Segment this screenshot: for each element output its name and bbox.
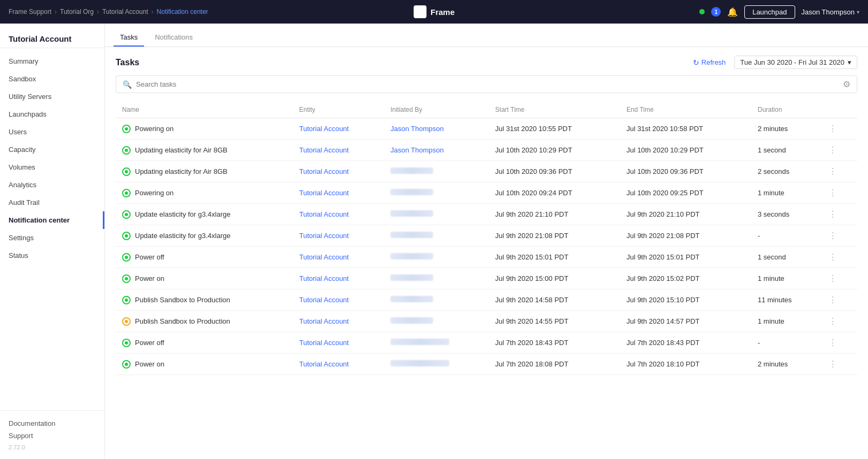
row-menu-cell: ⋮ <box>820 204 857 225</box>
task-start-time: Jul 9th 2020 21:08 PDT <box>489 225 620 247</box>
entity-link[interactable]: Tutorial Account <box>299 189 349 197</box>
status-indicator <box>699 9 705 14</box>
task-duration: 11 minutes <box>751 289 820 311</box>
entity-link[interactable]: Tutorial Account <box>299 125 349 133</box>
row-menu-button[interactable]: ⋮ <box>826 146 839 155</box>
task-name-cell: Updating elasticity for Air 8GB <box>116 161 293 182</box>
col-entity: Entity <box>293 102 384 118</box>
status-icon <box>122 274 131 283</box>
entity-link[interactable]: Tutorial Account <box>299 274 349 282</box>
launchpad-button[interactable]: Launchpad <box>744 5 795 19</box>
task-entity: Tutorial Account <box>293 118 384 140</box>
task-duration: 2 minutes <box>751 354 820 375</box>
task-name-cell: Power on <box>116 268 293 289</box>
search-input[interactable] <box>136 80 843 88</box>
task-name-cell: Powering on <box>116 182 293 204</box>
blurred-initiator <box>390 274 433 281</box>
initiator-link[interactable]: Jason Thompson <box>390 125 444 133</box>
row-menu-button[interactable]: ⋮ <box>826 359 839 369</box>
task-name: Powering on <box>135 125 173 133</box>
refresh-button[interactable]: ↻ Refresh <box>693 58 726 67</box>
row-menu-cell: ⋮ <box>820 289 857 311</box>
task-initiated-by <box>384 182 489 204</box>
frame-icon: 🖼 <box>413 5 426 18</box>
tasks-title: Tasks <box>116 58 693 67</box>
user-menu[interactable]: Jason Thompson ▾ <box>802 8 860 16</box>
task-entity: Tutorial Account <box>293 140 384 161</box>
task-end-time: Jul 9th 2020 21:08 PDT <box>620 225 751 247</box>
row-menu-button[interactable]: ⋮ <box>826 188 839 197</box>
task-entity: Tutorial Account <box>293 204 384 225</box>
task-name: Powering on <box>135 189 173 197</box>
entity-link[interactable]: Tutorial Account <box>299 210 349 218</box>
sidebar-title: Tutorial Account <box>0 24 104 48</box>
row-menu-button[interactable]: ⋮ <box>826 274 839 283</box>
row-menu-button[interactable]: ⋮ <box>826 295 839 304</box>
tab-notifications[interactable]: Notifications <box>148 33 199 47</box>
sidebar-item-launchpads[interactable]: Launchpads <box>0 105 104 123</box>
table-row: Publish Sandbox to ProductionTutorial Ac… <box>116 289 857 311</box>
entity-link[interactable]: Tutorial Account <box>299 253 349 261</box>
blurred-initiator <box>390 210 433 217</box>
breadcrumb-tutorial-account[interactable]: Tutorial Account <box>102 8 148 16</box>
table-row: Power offTutorial AccountJul 7th 2020 18… <box>116 332 857 354</box>
task-start-time: Jul 9th 2020 21:10 PDT <box>489 204 620 225</box>
entity-link[interactable]: Tutorial Account <box>299 360 349 368</box>
sidebar-item-utility-servers[interactable]: Utility Servers <box>0 88 104 105</box>
sidebar-item-capacity[interactable]: Capacity <box>0 141 104 158</box>
row-menu-cell: ⋮ <box>820 225 857 247</box>
entity-link[interactable]: Tutorial Account <box>299 167 349 175</box>
tasks-container: Tasks ↻ Refresh Tue Jun 30 2020 - Fri Ju… <box>105 47 868 459</box>
breadcrumb-tutorial-org[interactable]: Tutorial Org <box>60 8 94 16</box>
sidebar-item-volumes[interactable]: Volumes <box>0 158 104 176</box>
col-name: Name <box>116 102 293 118</box>
sidebar-item-notification-center[interactable]: Notification center <box>0 211 104 229</box>
table-row: Powering onTutorial AccountJul 10th 2020… <box>116 182 857 204</box>
support-link[interactable]: Support <box>9 432 96 440</box>
date-range-picker[interactable]: Tue Jun 30 2020 - Fri Jul 31 2020 ▾ <box>734 56 857 69</box>
entity-link[interactable]: Tutorial Account <box>299 339 349 347</box>
row-menu-button[interactable]: ⋮ <box>826 210 839 219</box>
sidebar-item-audit-trail[interactable]: Audit Trail <box>0 194 104 211</box>
breadcrumb-frame-support[interactable]: Frame Support <box>9 8 51 16</box>
sidebar-item-analytics[interactable]: Analytics <box>0 176 104 194</box>
version-label: 2.72.0 <box>9 444 96 450</box>
entity-link[interactable]: Tutorial Account <box>299 296 349 304</box>
sidebar-item-status[interactable]: Status <box>0 247 104 264</box>
task-name: Updating elasticity for Air 8GB <box>135 146 228 154</box>
tabs-bar: TasksNotifications <box>105 24 868 47</box>
col-start-time: Start Time <box>489 102 620 118</box>
task-name-cell: Power off <box>116 247 293 268</box>
entity-link[interactable]: Tutorial Account <box>299 146 349 154</box>
task-name: Power off <box>135 339 164 347</box>
row-menu-button[interactable]: ⋮ <box>826 253 839 262</box>
notification-count[interactable]: 1 <box>711 7 721 17</box>
row-menu-button[interactable]: ⋮ <box>826 338 839 347</box>
tab-tasks[interactable]: Tasks <box>114 33 144 47</box>
task-duration: 1 second <box>751 247 820 268</box>
sidebar-item-settings[interactable]: Settings <box>0 229 104 247</box>
documentation-link[interactable]: Documentation <box>9 419 96 427</box>
row-menu-button[interactable]: ⋮ <box>826 124 839 133</box>
task-name: Power off <box>135 253 164 261</box>
entity-link[interactable]: Tutorial Account <box>299 232 349 240</box>
sidebar-item-sandbox[interactable]: Sandbox <box>0 70 104 88</box>
row-menu-button[interactable]: ⋮ <box>826 317 839 326</box>
sidebar-item-summary[interactable]: Summary <box>0 52 104 70</box>
row-menu-button[interactable]: ⋮ <box>826 167 839 176</box>
task-name: Update elasticity for g3.4xlarge <box>135 232 230 240</box>
task-end-time: Jul 10th 2020 10:29 PDT <box>620 140 751 161</box>
filter-icon[interactable]: ⚙ <box>843 79 850 89</box>
task-initiated-by <box>384 268 489 289</box>
bell-icon[interactable]: 🔔 <box>727 7 738 17</box>
row-menu-button[interactable]: ⋮ <box>826 231 839 240</box>
sidebar-item-users[interactable]: Users <box>0 123 104 141</box>
initiator-link[interactable]: Jason Thompson <box>390 146 444 154</box>
entity-link[interactable]: Tutorial Account <box>299 317 349 325</box>
task-duration: 2 minutes <box>751 118 820 140</box>
task-name: Publish Sandbox to Production <box>135 317 230 325</box>
task-entity: Tutorial Account <box>293 289 384 311</box>
task-duration: - <box>751 332 820 354</box>
task-initiated-by <box>384 354 489 375</box>
status-icon <box>122 296 131 304</box>
